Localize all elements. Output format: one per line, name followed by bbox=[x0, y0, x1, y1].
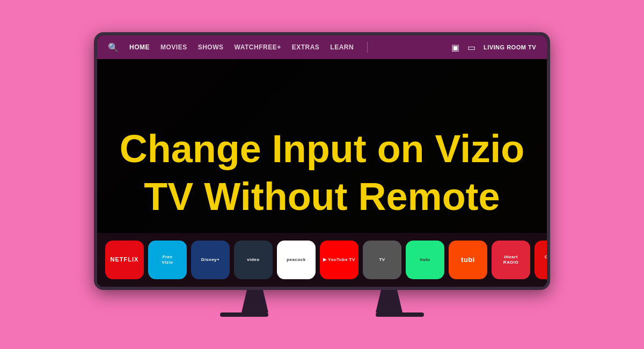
headline-line1: Change Input on Vizio bbox=[120, 128, 525, 170]
tv-container: 🔍 HOME MOVIES SHOWS WATCHFREE+ EXTRAS LE… bbox=[94, 32, 550, 317]
nav-item-home[interactable]: HOME bbox=[129, 43, 150, 51]
nav-item-learn[interactable]: LEARN bbox=[330, 43, 354, 51]
nav-item-extras[interactable]: EXTRAS bbox=[292, 43, 320, 51]
stand-leg-left bbox=[241, 290, 268, 312]
app-disney[interactable]: Disney+ bbox=[191, 241, 230, 279]
app-youtube[interactable]: ▶ YouTube TV bbox=[320, 241, 358, 279]
app-freevizio[interactable]: FreeVizio bbox=[148, 241, 187, 279]
app-tubi[interactable]: tubi bbox=[449, 241, 487, 279]
tv-body: 🔍 HOME MOVIES SHOWS WATCHFREE+ EXTRAS LE… bbox=[94, 32, 550, 290]
app-netflix[interactable]: NETFLIX bbox=[105, 241, 144, 279]
stand-leg-right bbox=[376, 290, 402, 312]
foot-left bbox=[220, 312, 268, 317]
tv-screen: 🔍 HOME MOVIES SHOWS WATCHFREE+ EXTRAS LE… bbox=[97, 35, 547, 287]
nav-right-controls: ▣ ▭ LIVING ROOM TV bbox=[451, 42, 536, 53]
app-peacock[interactable]: peacock bbox=[277, 241, 316, 279]
screen-icon[interactable]: ▣ bbox=[451, 42, 459, 53]
tv-stand bbox=[241, 290, 402, 312]
foot-right bbox=[376, 312, 424, 317]
nav-item-movies[interactable]: MOVIES bbox=[160, 43, 187, 51]
stand-foot bbox=[220, 312, 424, 317]
nav-bar: 🔍 HOME MOVIES SHOWS WATCHFREE+ EXTRAS LE… bbox=[97, 35, 547, 59]
nav-divider bbox=[367, 42, 368, 53]
headline-line2: TV Without Remote bbox=[144, 176, 500, 218]
app-crackle[interactable]: CRACK-LE bbox=[535, 241, 547, 279]
app-hulu[interactable]: hulu bbox=[406, 241, 444, 279]
nav-item-shows[interactable]: SHOWS bbox=[198, 43, 224, 51]
device-label: LIVING ROOM TV bbox=[484, 44, 536, 50]
app-appletv[interactable]: TV bbox=[363, 241, 401, 279]
cast-icon[interactable]: ▭ bbox=[467, 42, 475, 53]
nav-item-watchfree[interactable]: WATCHFREE+ bbox=[235, 43, 281, 51]
page-background: 🔍 HOME MOVIES SHOWS WATCHFREE+ EXTRAS LE… bbox=[0, 0, 644, 349]
search-icon[interactable]: 🔍 bbox=[108, 42, 119, 53]
content-area: Change Input on Vizio TV Without Remote … bbox=[97, 59, 547, 287]
app-row: NETFLIX FreeVizio Disney+ video peac bbox=[97, 233, 547, 287]
app-iheart[interactable]: iHeartRADIO bbox=[492, 241, 530, 279]
app-prime[interactable]: video bbox=[234, 241, 273, 279]
